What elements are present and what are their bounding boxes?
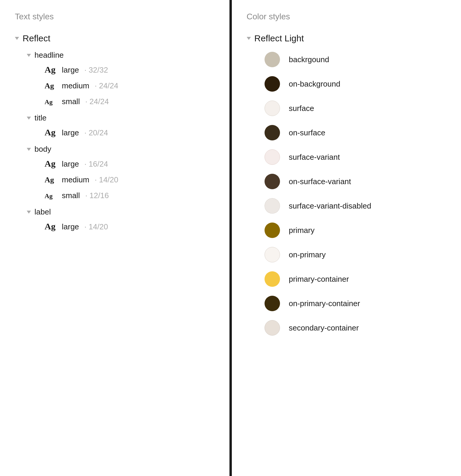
color-swatch-on-surface-variant (265, 174, 280, 189)
color-name: primary (289, 226, 315, 235)
color-item: on-primary-container (265, 296, 446, 311)
style-name: small (62, 97, 80, 106)
style-size: · 16/24 (84, 159, 108, 169)
color-swatch-surface-variant-disabled (265, 198, 280, 214)
color-swatch-on-background (265, 76, 280, 92)
style-name: medium (62, 175, 89, 184)
label-subsection: label (27, 207, 215, 217)
color-item: secondary-container (265, 320, 446, 336)
text-style-item: Ag large · 20/24 (45, 127, 215, 137)
chevron-down-icon (247, 37, 251, 40)
style-name: small (62, 191, 80, 200)
color-styles-panel: Color styles Reflect Light backrgound on… (232, 0, 461, 476)
text-style-item: Ag medium · 14/20 (45, 175, 215, 184)
color-name: on-primary-container (289, 299, 360, 308)
reflect-section-label: Reflect (23, 33, 50, 43)
body-subsection: body (27, 145, 215, 154)
text-style-item: Ag large · 14/20 (45, 221, 215, 231)
ag-preview: Ag (45, 127, 56, 137)
text-style-item: Ag large · 32/32 (45, 65, 215, 75)
color-item: on-background (265, 76, 446, 92)
style-name: large (62, 159, 79, 169)
style-name: large (62, 128, 79, 137)
text-styles-panel: Text styles Reflect headline Ag large · … (0, 0, 229, 476)
style-size: · 14/20 (84, 222, 108, 231)
ag-preview: Ag (45, 65, 56, 75)
color-swatch-surface (265, 101, 280, 116)
color-item: backrgound (265, 52, 446, 67)
color-name: primary-container (289, 275, 349, 284)
text-style-item: Ag large · 16/24 (45, 159, 215, 169)
ag-preview: Ag (45, 82, 56, 90)
chevron-down-icon (27, 211, 31, 214)
panel-divider (229, 0, 232, 476)
ag-preview: Ag (45, 98, 56, 106)
color-swatch-secondary-container (265, 320, 280, 336)
text-style-item: Ag small · 24/24 (45, 97, 215, 106)
color-item: primary-container (265, 271, 446, 287)
color-item: surface-variant (265, 149, 446, 165)
color-swatch-backrgound (265, 52, 280, 67)
chevron-down-icon (15, 37, 19, 40)
reflect-light-section-header: Reflect Light (247, 33, 446, 43)
color-item: primary (265, 223, 446, 238)
headline-subsection: headline (27, 51, 215, 60)
ag-preview: Ag (45, 221, 56, 231)
subsection-label: body (34, 145, 51, 154)
title-subsection: title (27, 113, 215, 123)
color-swatch-on-primary-container (265, 296, 280, 311)
color-swatch-on-primary (265, 247, 280, 262)
ag-preview: Ag (45, 192, 56, 200)
ag-preview: Ag (45, 159, 56, 169)
style-size: · 24/24 (95, 81, 118, 90)
chevron-down-icon (27, 117, 31, 120)
color-name: surface-variant-disabled (289, 201, 371, 211)
reflect-section-header: Reflect (15, 33, 215, 43)
style-name: large (62, 65, 79, 75)
style-size: · 14/20 (95, 175, 118, 184)
style-size: · 20/24 (84, 128, 108, 137)
ag-preview: Ag (45, 176, 56, 184)
color-name: surface (289, 104, 314, 113)
color-item: on-surface-variant (265, 174, 446, 189)
style-size: · 12/16 (85, 191, 109, 200)
color-name: on-surface-variant (289, 177, 351, 186)
color-styles-title: Color styles (247, 12, 446, 21)
chevron-down-icon (27, 148, 31, 151)
text-style-item: Ag medium · 24/24 (45, 81, 215, 90)
color-swatch-on-surface (265, 125, 280, 140)
text-styles-title: Text styles (15, 12, 215, 21)
color-name: backrgound (289, 55, 329, 64)
color-item: surface-variant-disabled (265, 198, 446, 214)
style-name: large (62, 222, 79, 231)
color-name: surface-variant (289, 153, 340, 162)
color-name: on-background (289, 79, 340, 89)
color-name: on-primary (289, 250, 326, 259)
color-name: secondary-container (289, 323, 359, 333)
color-item: surface (265, 101, 446, 116)
color-item: on-primary (265, 247, 446, 262)
style-size: · 24/24 (85, 97, 109, 106)
style-name: medium (62, 81, 89, 90)
chevron-down-icon (27, 54, 31, 57)
subsection-label: label (34, 207, 51, 217)
color-swatch-primary (265, 223, 280, 238)
text-style-item: Ag small · 12/16 (45, 191, 215, 200)
color-name: on-surface (289, 128, 325, 137)
color-swatch-primary-container (265, 271, 280, 287)
subsection-label: title (34, 113, 46, 123)
subsection-label: headline (34, 51, 64, 60)
reflect-light-label: Reflect Light (254, 33, 304, 43)
color-swatch-surface-variant (265, 149, 280, 165)
color-item: on-surface (265, 125, 446, 140)
style-size: · 32/32 (84, 65, 108, 75)
